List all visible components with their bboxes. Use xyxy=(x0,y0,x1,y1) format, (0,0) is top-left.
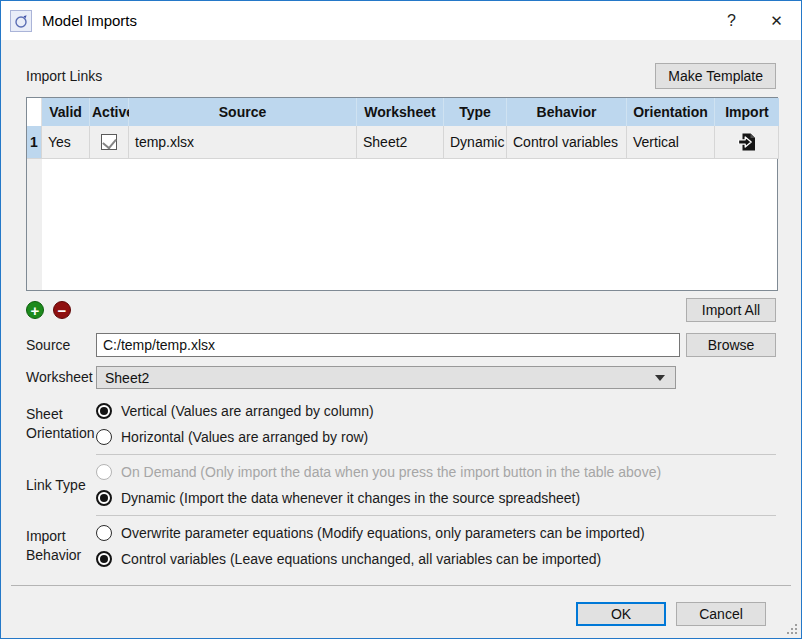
column-header-valid[interactable]: Valid xyxy=(42,98,90,126)
active-cell xyxy=(90,126,129,159)
active-checkbox[interactable] xyxy=(101,134,117,150)
table-row: 1 Yes temp.xlsx Sheet2 Dynamic Control v… xyxy=(27,126,777,159)
column-header-worksheet[interactable]: Worksheet xyxy=(357,98,444,126)
radio-overwrite[interactable] xyxy=(96,525,112,541)
worksheet-cell[interactable]: Sheet2 xyxy=(357,126,444,159)
import-cell xyxy=(715,126,779,159)
orientation-cell[interactable]: Vertical xyxy=(627,126,715,159)
column-header-active[interactable]: Active xyxy=(90,98,129,126)
dialog-content: Import Links Make Template Valid Active … xyxy=(1,40,801,638)
radio-horizontal[interactable] xyxy=(96,429,112,445)
radio-dynamic[interactable] xyxy=(96,490,112,506)
table-empty-area[interactable] xyxy=(27,159,777,290)
column-header-corner xyxy=(27,98,42,126)
link-type-option-dynamic[interactable]: Dynamic (Import the data whenever it cha… xyxy=(96,485,661,511)
behavior-option-control-variables[interactable]: Control variables (Leave equations uncha… xyxy=(96,546,645,572)
type-cell[interactable]: Dynamic xyxy=(444,126,507,159)
column-header-source[interactable]: Source xyxy=(129,98,357,126)
ok-button[interactable]: OK xyxy=(576,602,666,626)
footer-divider xyxy=(11,585,791,586)
table-header-row: Valid Active Source Worksheet Type Behav… xyxy=(27,98,777,126)
window-title: Model Imports xyxy=(42,12,137,29)
model-imports-dialog: Model Imports ? ✕ Import Links Make Temp… xyxy=(0,0,802,639)
orientation-option-horizontal[interactable]: Horizontal (Values are arranged by row) xyxy=(96,424,374,450)
radio-on-demand xyxy=(96,464,112,480)
plus-icon: + xyxy=(31,303,40,318)
import-row-icon[interactable] xyxy=(737,133,757,151)
section-divider xyxy=(96,515,776,516)
radio-vertical[interactable] xyxy=(96,403,112,419)
make-template-button[interactable]: Make Template xyxy=(655,63,776,89)
browse-button[interactable]: Browse xyxy=(686,333,776,357)
source-input[interactable] xyxy=(96,333,680,357)
link-type-option-on-demand: On Demand (Only import the data when you… xyxy=(96,459,661,485)
resize-grip[interactable] xyxy=(786,623,798,635)
behavior-option-overwrite[interactable]: Overwrite parameter equations (Modify eq… xyxy=(96,520,645,546)
close-button[interactable]: ✕ xyxy=(754,1,799,40)
minus-icon: − xyxy=(58,303,67,318)
app-icon xyxy=(10,10,32,32)
section-divider xyxy=(96,454,776,455)
source-cell[interactable]: temp.xlsx xyxy=(129,126,357,159)
import-links-label: Import Links xyxy=(26,68,102,84)
cancel-button[interactable]: Cancel xyxy=(676,602,766,626)
chevron-down-icon xyxy=(655,375,665,381)
import-links-table: Valid Active Source Worksheet Type Behav… xyxy=(26,97,778,291)
worksheet-dropdown[interactable]: Sheet2 xyxy=(96,366,676,389)
valid-cell: Yes xyxy=(42,126,90,159)
worksheet-label: Worksheet xyxy=(26,368,96,387)
add-link-button[interactable]: + xyxy=(26,301,44,319)
link-type-label: Link Type xyxy=(26,476,96,495)
sheet-orientation-label: Sheet Orientation xyxy=(26,405,96,443)
import-all-button[interactable]: Import All xyxy=(686,298,776,322)
title-bar: Model Imports ? ✕ xyxy=(1,1,801,40)
source-label: Source xyxy=(26,336,96,355)
worksheet-selected-value: Sheet2 xyxy=(105,370,655,386)
table-row-number-strip xyxy=(27,159,42,290)
help-button[interactable]: ? xyxy=(709,1,754,40)
column-header-type[interactable]: Type xyxy=(444,98,507,126)
import-behavior-label: Import Behavior xyxy=(26,527,96,565)
column-header-behavior[interactable]: Behavior xyxy=(507,98,627,126)
behavior-cell[interactable]: Control variables xyxy=(507,126,627,159)
remove-link-button[interactable]: − xyxy=(53,301,71,319)
orientation-option-vertical[interactable]: Vertical (Values are arranged by column) xyxy=(96,398,374,424)
column-header-orientation[interactable]: Orientation xyxy=(627,98,715,126)
column-header-import[interactable]: Import xyxy=(715,98,779,126)
radio-control-variables[interactable] xyxy=(96,551,112,567)
circular-arrow-icon xyxy=(13,13,29,29)
row-number-cell[interactable]: 1 xyxy=(27,126,42,159)
